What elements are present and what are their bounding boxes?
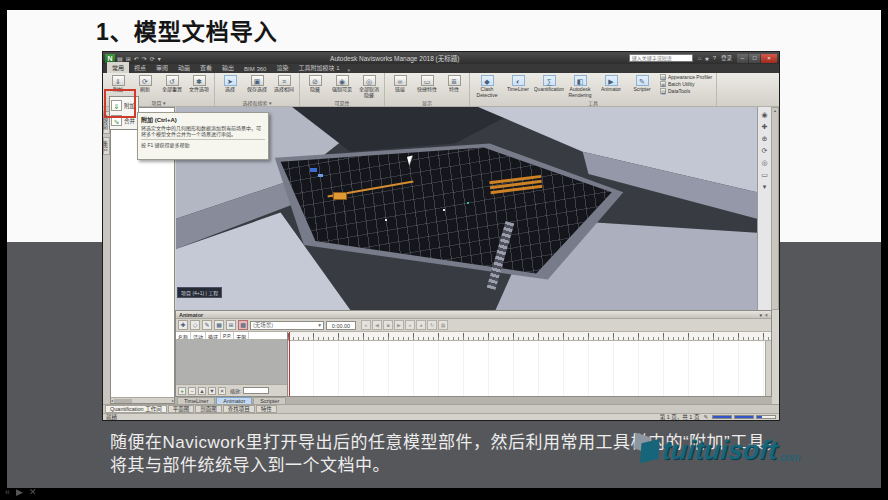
signin-label[interactable]: 登录 bbox=[721, 54, 732, 62]
qat-icon[interactable]: ↷ bbox=[142, 55, 147, 62]
animator-tool-icon[interactable]: ⊞ bbox=[226, 320, 236, 330]
animator-scene-select[interactable]: (无场景) ▾ bbox=[250, 321, 324, 330]
playback-button[interactable]: ↻ bbox=[427, 320, 437, 330]
navigation-tool-icon[interactable]: ⟳ bbox=[762, 147, 768, 155]
ribbon-group-label: 可见性 bbox=[300, 100, 384, 107]
reset-all-button[interactable]: ↺全部重置 bbox=[159, 74, 185, 99]
animator-footer-icon[interactable]: − bbox=[188, 387, 196, 395]
pencil-icon: ✎ bbox=[703, 414, 708, 420]
navigation-tool-icon[interactable]: ✚ bbox=[762, 123, 768, 131]
ribbon-group: ∞链接▭快捷特性≣特性显示 bbox=[385, 73, 470, 106]
player-control-icon[interactable]: « bbox=[5, 487, 16, 497]
player-control-icon[interactable]: ✕ bbox=[29, 487, 43, 497]
animator-tool-icon[interactable]: ✚ bbox=[178, 320, 188, 330]
qat-icon[interactable]: ⟳ bbox=[150, 55, 155, 62]
navigation-tool-icon[interactable]: ◎ bbox=[761, 159, 767, 167]
ribbon-tab[interactable]: 视点 bbox=[129, 62, 151, 73]
animator-tool-icon[interactable]: ✎ bbox=[202, 320, 212, 330]
panel-header-icon[interactable]: ▾ bbox=[760, 312, 763, 318]
quick-properties-button[interactable]: ▭快捷特性 bbox=[414, 74, 440, 99]
window-control-button[interactable]: – bbox=[737, 54, 748, 63]
infocenter-search-input[interactable] bbox=[629, 54, 693, 62]
ribbon-tab[interactable]: 输出 bbox=[217, 62, 239, 73]
playback-button[interactable]: ● bbox=[416, 320, 426, 330]
playback-button[interactable]: ▶ bbox=[394, 320, 404, 330]
viewport-scrollbar[interactable]: ▴ bbox=[771, 107, 779, 310]
player-control-icon[interactable]: ▶ bbox=[16, 487, 29, 497]
properties-button[interactable]: ≣特性 bbox=[441, 74, 467, 99]
datatools-button[interactable]: ▤DataTools bbox=[660, 88, 712, 94]
append-menu-item[interactable]: ⇘ 合并 bbox=[111, 113, 137, 128]
navigation-tool-icon[interactable]: ◉ bbox=[761, 111, 767, 119]
animator-timeline[interactable] bbox=[288, 332, 771, 396]
status-meter bbox=[712, 415, 732, 419]
animator-footer-icon[interactable]: ▲ bbox=[198, 387, 206, 395]
window-control-button[interactable]: □ bbox=[749, 54, 760, 63]
file-options-button[interactable]: ✱文件选项 bbox=[186, 74, 212, 99]
ribbon-tab[interactable]: BIM 360 bbox=[239, 65, 271, 73]
ribbon-tab[interactable]: 审阅 bbox=[151, 62, 173, 73]
qat-icon[interactable]: ▤ bbox=[117, 55, 123, 62]
ribbon-tab[interactable]: 常用 bbox=[107, 62, 129, 73]
animator-time-field[interactable]: 0:00.00 bbox=[326, 321, 356, 330]
properties-icon: ≣ bbox=[448, 75, 461, 86]
zoom-input[interactable] bbox=[243, 387, 269, 394]
animator-footer-icon[interactable]: + bbox=[178, 387, 186, 395]
qat-icon[interactable]: ⊞ bbox=[126, 55, 131, 62]
timeline-playhead[interactable] bbox=[289, 332, 290, 396]
playback-button[interactable]: ■ bbox=[383, 320, 393, 330]
select-same-button[interactable]: ≡选择相同 bbox=[271, 74, 297, 99]
links-button[interactable]: ∞链接 bbox=[387, 74, 413, 99]
navigation-tool-icon[interactable]: ▾ bbox=[763, 183, 767, 191]
playback-button[interactable]: ◀ bbox=[372, 320, 382, 330]
batch-utility-button[interactable]: ⊞Batch Utility bbox=[660, 81, 712, 87]
panel-header-icon[interactable]: × bbox=[765, 312, 768, 318]
scripter-button[interactable]: ✎Scripter bbox=[627, 74, 657, 99]
qat-icon[interactable]: ↶ bbox=[134, 55, 139, 62]
timeline-scrollbar[interactable] bbox=[765, 341, 771, 396]
hide-button[interactable]: ⊘隐藏 bbox=[302, 74, 328, 99]
animator-footer-icon[interactable]: ▼ bbox=[208, 387, 216, 395]
qat-icon[interactable]: ▾ bbox=[158, 55, 161, 62]
ribbon-tab[interactable]: 渲染 bbox=[271, 62, 293, 73]
dock-tab[interactable]: 特性 bbox=[256, 405, 277, 414]
select-button[interactable]: ➤选择 bbox=[217, 74, 243, 99]
animator-footer-icon[interactable]: ✕ bbox=[218, 387, 226, 395]
append-menu-item[interactable]: ⇓ 附加 bbox=[111, 98, 137, 113]
animator-tool-icon[interactable]: ◇ bbox=[190, 320, 200, 330]
clash-detective-button[interactable]: ◆Clash Detective bbox=[472, 74, 502, 99]
timeliner-button[interactable]: ◐TimeLiner bbox=[503, 74, 533, 99]
animator-table-rows[interactable] bbox=[176, 340, 287, 384]
ribbon-tab[interactable]: 工具附加模块 1 bbox=[293, 62, 344, 73]
navigation-tool-icon[interactable]: ▭ bbox=[761, 171, 768, 179]
animator-tool-icon[interactable]: ▦ bbox=[214, 320, 224, 330]
ribbon-tab[interactable]: 查看 bbox=[195, 62, 217, 73]
ribbon-group: ◆Clash Detective◐TimeLiner∑Quantificatio… bbox=[470, 73, 717, 106]
dock-vertical-tab[interactable]: 集合 bbox=[103, 137, 110, 155]
dock-tab[interactable]: 平面图 bbox=[168, 405, 195, 414]
playback-button[interactable]: » bbox=[405, 320, 415, 330]
playback-button[interactable]: « bbox=[361, 320, 371, 330]
animator-button[interactable]: ▶Animator bbox=[596, 74, 626, 99]
window-control-button[interactable]: × bbox=[761, 54, 777, 63]
site-light bbox=[443, 209, 445, 211]
unhide-all-button[interactable]: ◎全部取消隐藏 bbox=[356, 74, 382, 99]
save-selection-button[interactable]: ▣保存选择 bbox=[244, 74, 270, 99]
dock-tab[interactable]: 剖面图 bbox=[195, 405, 222, 414]
quantification-button[interactable]: ∑Quantification bbox=[534, 74, 564, 99]
autodesk-rendering-button[interactable]: ◧Autodesk Rendering bbox=[565, 74, 595, 99]
infocenter-icon[interactable]: ? bbox=[713, 55, 716, 62]
bottom-panel-tabs: TimeLinerAnimatorScripter bbox=[175, 397, 772, 404]
playback-button[interactable]: ▦ bbox=[438, 320, 448, 330]
animator-tool-icon[interactable]: ▩ bbox=[238, 320, 248, 330]
require-button[interactable]: ◉强制可见 bbox=[329, 74, 355, 99]
appearance-profiler-button[interactable]: ▧Appearance Profiler bbox=[660, 74, 712, 80]
ribbon-tab[interactable]: 动画 bbox=[173, 62, 195, 73]
panel-horizontal-scrollbar[interactable]: ◂▸ bbox=[111, 397, 174, 403]
dock-tab[interactable]: 查找项目 bbox=[223, 405, 255, 414]
dock-tab[interactable]: Quantification 工作间 bbox=[105, 405, 167, 414]
infocenter-icon[interactable]: ★ bbox=[704, 55, 709, 62]
watermark-logo: tuituisoft .com bbox=[631, 433, 803, 467]
navigation-tool-icon[interactable]: ⊕ bbox=[762, 135, 768, 143]
infocenter-icon[interactable]: ⌂ bbox=[698, 55, 702, 62]
